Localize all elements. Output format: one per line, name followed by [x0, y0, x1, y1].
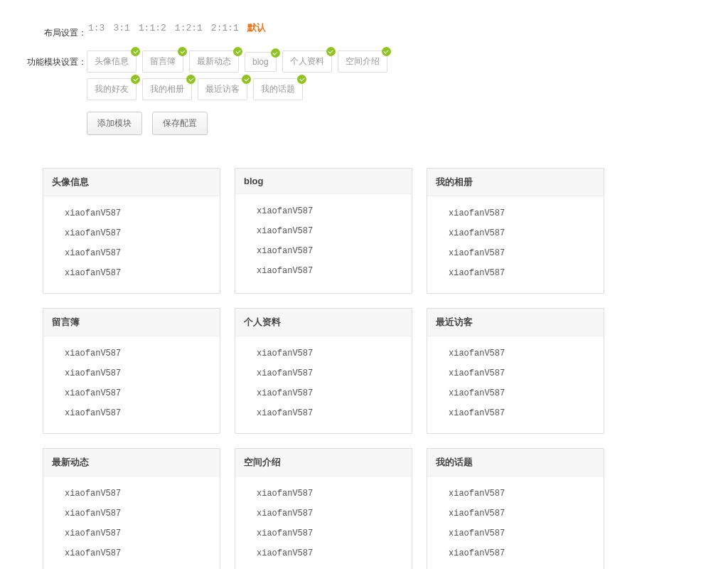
list-item: xiaofanV587 [436, 383, 595, 403]
module-tag-label: 最近访客 [205, 84, 240, 94]
panel-我的话题: 我的话题xiaofanV587xiaofanV587xiaofanV587xia… [427, 448, 604, 569]
module-tag-label: 最新动态 [197, 56, 231, 66]
list-item: xiaofanV587 [52, 543, 211, 563]
module-tag-我的话题[interactable]: 我的话题 [253, 78, 303, 100]
list-item: xiaofanV587 [52, 243, 211, 263]
list-item: xiaofanV587 [52, 344, 211, 363]
panel-header: 头像信息 [43, 169, 220, 196]
list-item: xiaofanV587 [436, 223, 595, 243]
module-tag-留言簿[interactable]: 留言簿 [142, 50, 183, 73]
list-item: xiaofanV587 [244, 403, 403, 423]
list-item: xiaofanV587 [244, 523, 403, 543]
list-item: xiaofanV587 [244, 383, 403, 403]
check-icon [131, 75, 140, 84]
list-item: xiaofanV587 [244, 504, 403, 523]
check-icon [233, 47, 242, 56]
module-tag-最新动态[interactable]: 最新动态 [189, 50, 239, 73]
add-module-button[interactable]: 添加模块 [87, 112, 142, 135]
check-icon [242, 75, 251, 84]
list-item: xiaofanV587 [52, 403, 211, 423]
panel-个人资料: 个人资料xiaofanV587xiaofanV587xiaofanV587xia… [235, 308, 412, 434]
panel-body: xiaofanV587xiaofanV587xiaofanV587xiaofan… [43, 336, 220, 433]
panel-header: 空间介绍 [235, 449, 412, 477]
module-tag-我的好友[interactable]: 我的好友 [87, 78, 136, 100]
list-item: xiaofanV587 [436, 484, 595, 504]
check-icon [271, 48, 280, 58]
panel-body: xiaofanV587xiaofanV587xiaofanV587xiaofan… [427, 477, 604, 569]
check-icon [326, 47, 336, 56]
list-item: xiaofanV587 [244, 221, 403, 241]
panel-我的相册: 我的相册xiaofanV587xiaofanV587xiaofanV587xia… [427, 168, 604, 294]
panel-header: 我的相册 [427, 169, 604, 196]
panel-header: 留言簿 [43, 309, 220, 336]
list-item: xiaofanV587 [244, 543, 403, 563]
layout-option-2:1:1[interactable]: 2:1:1 [210, 23, 240, 33]
module-tag-blog[interactable]: blog [245, 52, 277, 72]
layout-option-默认[interactable]: 默认 [246, 21, 267, 34]
module-tag-空间介绍[interactable]: 空间介绍 [338, 50, 387, 73]
layout-option-3:1[interactable]: 3:1 [112, 23, 131, 33]
list-item: xiaofanV587 [52, 203, 211, 223]
layout-option-1:3[interactable]: 1:3 [87, 23, 106, 33]
list-item: xiaofanV587 [436, 403, 595, 423]
module-tag-我的相册[interactable]: 我的相册 [142, 78, 192, 100]
module-setting-row: 功能模块设置： 头像信息留言簿最新动态blog个人资料空间介绍我的好友我的相册最… [26, 50, 728, 100]
module-tag-label: 我的好友 [95, 84, 129, 94]
panel-body: xiaofanV587xiaofanV587xiaofanV587xiaofan… [43, 477, 220, 569]
module-tag-label: blog [252, 57, 269, 67]
list-item: xiaofanV587 [244, 261, 403, 281]
module-tag-label: 个人资料 [290, 56, 324, 66]
list-item: xiaofanV587 [52, 383, 211, 403]
layout-option-1:1:2[interactable]: 1:1:2 [137, 23, 168, 33]
panel-body: xiaofanV587xiaofanV587xiaofanV587xiaofan… [235, 336, 412, 433]
module-tag-头像信息[interactable]: 头像信息 [87, 50, 136, 73]
list-item: xiaofanV587 [52, 363, 211, 383]
panel-body: xiaofanV587xiaofanV587xiaofanV587xiaofan… [235, 477, 412, 569]
action-buttons-row: 添加模块 保存配置 [26, 112, 728, 135]
panel-最新动态: 最新动态xiaofanV587xiaofanV587xiaofanV587xia… [43, 448, 220, 569]
module-tag-最近访客[interactable]: 最近访客 [198, 78, 247, 100]
list-item: xiaofanV587 [436, 543, 595, 563]
list-item: xiaofanV587 [52, 223, 211, 243]
layout-setting-label: 布局设置： [26, 21, 87, 39]
list-item: xiaofanV587 [52, 504, 211, 523]
panel-最近访客: 最近访客xiaofanV587xiaofanV587xiaofanV587xia… [427, 308, 604, 434]
check-icon [131, 47, 140, 56]
panel-header: 我的话题 [427, 449, 604, 477]
panel-body: xiaofanV587xiaofanV587xiaofanV587xiaofan… [427, 196, 604, 293]
module-tag-label: 我的相册 [150, 84, 184, 94]
panel-留言簿: 留言簿xiaofanV587xiaofanV587xiaofanV587xiao… [43, 308, 220, 434]
list-item: xiaofanV587 [436, 363, 595, 383]
list-item: xiaofanV587 [436, 203, 595, 223]
list-item: xiaofanV587 [244, 363, 403, 383]
list-item: xiaofanV587 [52, 484, 211, 504]
list-item: xiaofanV587 [436, 523, 595, 543]
check-icon [297, 75, 306, 84]
layout-setting-row: 布局设置： 1:33:11:1:21:2:12:1:1默认 [26, 21, 728, 39]
list-item: xiaofanV587 [244, 484, 403, 504]
layout-options-container: 1:33:11:1:21:2:12:1:1默认 [87, 21, 728, 34]
module-tag-个人资料[interactable]: 个人资料 [282, 50, 332, 73]
panel-header: 最新动态 [43, 449, 220, 477]
panel-header: blog [235, 169, 412, 194]
list-item: xiaofanV587 [244, 201, 403, 221]
list-item: xiaofanV587 [436, 243, 595, 263]
module-setting-label: 功能模块设置： [26, 50, 87, 68]
list-item: xiaofanV587 [436, 504, 595, 523]
panel-body: xiaofanV587xiaofanV587xiaofanV587xiaofan… [427, 336, 604, 433]
module-tag-label: 头像信息 [95, 56, 129, 66]
panel-header: 最近访客 [427, 309, 604, 336]
check-icon [178, 47, 187, 56]
save-config-button[interactable]: 保存配置 [152, 112, 208, 135]
module-tags-container: 头像信息留言簿最新动态blog个人资料空间介绍我的好友我的相册最近访客我的话题 [87, 50, 442, 100]
panel-header: 个人资料 [235, 309, 412, 336]
module-tag-label: 我的话题 [261, 84, 295, 94]
check-icon [186, 75, 196, 84]
layout-option-1:2:1[interactable]: 1:2:1 [173, 23, 204, 33]
list-item: xiaofanV587 [52, 523, 211, 543]
list-item: xiaofanV587 [244, 241, 403, 261]
list-item: xiaofanV587 [436, 263, 595, 283]
panel-头像信息: 头像信息xiaofanV587xiaofanV587xiaofanV587xia… [43, 168, 220, 294]
panel-blog: blogxiaofanV587xiaofanV587xiaofanV587xia… [235, 168, 412, 294]
list-item: xiaofanV587 [436, 344, 595, 363]
